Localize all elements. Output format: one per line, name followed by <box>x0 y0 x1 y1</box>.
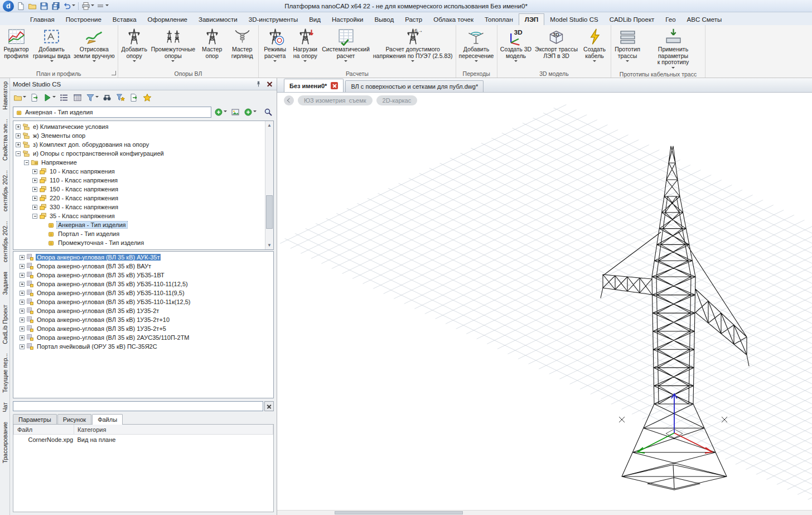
ribbon-tab[interactable]: Вставка <box>107 14 142 25</box>
list-item[interactable]: Опора анкерно-угловая (ВЛ 35 кВ) УБ35-11… <box>14 280 272 288</box>
drawing-canvas[interactable] <box>277 93 812 510</box>
list-item[interactable]: Опора анкерно-угловая (ВЛ 35 кВ) 1У35-2т… <box>14 315 272 324</box>
ribbon-tab[interactable]: Оформление <box>142 14 193 25</box>
filter-button[interactable] <box>85 92 100 104</box>
save-button[interactable] <box>38 1 50 11</box>
tower-wizard-button[interactable]: Мастер опор <box>197 26 227 69</box>
clear-filter-button[interactable] <box>264 401 274 411</box>
expander-icon[interactable] <box>32 196 37 201</box>
systematic-calc-button[interactable]: Систематический расчет <box>320 26 371 69</box>
expander-icon[interactable] <box>20 264 25 269</box>
open-library-button[interactable] <box>12 92 27 104</box>
garland-wizard-button[interactable]: Мастер гирлянд <box>227 26 257 69</box>
allowable-voltage-calc-button[interactable]: Расчет допустимого напряжения по ПУЭ7 (2… <box>371 26 455 69</box>
close-tab-button[interactable] <box>331 82 338 89</box>
ribbon-tab[interactable]: Топоплан <box>479 14 519 25</box>
ribbon-tab[interactable]: CADLib Проект <box>604 14 660 25</box>
save-all-button[interactable] <box>50 1 61 11</box>
add-tower-button[interactable]: Добавить опору <box>119 26 149 69</box>
expander-icon[interactable] <box>20 300 25 305</box>
create-cable-button[interactable]: Создать кабель <box>579 26 610 69</box>
add-crossing-button[interactable]: Добавить пересечение <box>457 26 496 69</box>
list-item[interactable]: Опора анкерно-угловая (ВЛ 35 кВ) 2АУС35/… <box>14 333 272 342</box>
list-item[interactable]: Опора анкерно-угловая (ВЛ 35 кВ) 1У35-2т <box>14 306 272 315</box>
dock-tab[interactable]: Свойства эле... <box>2 119 8 161</box>
tree-item[interactable]: з) Комплект доп. оборудования на опору <box>14 140 264 149</box>
panel-tab[interactable]: Параметры <box>13 414 57 424</box>
run-button[interactable] <box>42 92 57 104</box>
ribbon-tab[interactable]: Гео <box>660 14 681 25</box>
expander-icon[interactable] <box>20 273 25 278</box>
export-document-button[interactable] <box>28 92 41 104</box>
scroll-up-icon[interactable]: ▲ <box>265 121 273 129</box>
dock-tab[interactable]: Чат <box>2 402 8 412</box>
current-item-combobox[interactable]: Анкерная - Тип изделия <box>13 107 211 118</box>
tree-item[interactable]: 35 - Класс напряжения <box>14 211 264 220</box>
tree-scrollbar[interactable]: ▲ ▼ <box>265 121 273 249</box>
view-mode-button[interactable]: ЮЗ изометрия съемк <box>298 95 373 105</box>
canvas[interactable]: ЮЗ изометрия съемк2D-каркас <box>277 93 812 510</box>
favorites-button[interactable] <box>141 92 153 104</box>
profile-editor-button[interactable]: Редактор профиля <box>1 26 31 69</box>
expander-icon[interactable] <box>20 335 25 340</box>
expander-icon[interactable] <box>32 205 37 210</box>
list-item[interactable]: Опора анкерно-угловая (ВЛ 35 кВ) 1У35-2т… <box>14 324 272 333</box>
table-view-button[interactable] <box>71 92 84 104</box>
new-document-button[interactable] <box>15 1 26 11</box>
apply-prototype-button[interactable]: Применить параметры к прототипу <box>642 26 704 71</box>
column-header[interactable]: Категория <box>74 425 273 435</box>
ribbon-tab[interactable]: ABC Сметы <box>682 14 728 25</box>
expander-icon[interactable] <box>20 309 25 314</box>
horizontal-scrollbar[interactable] <box>277 510 812 515</box>
open-button[interactable] <box>27 1 38 11</box>
dock-tab[interactable]: CadLib Проект <box>2 305 8 344</box>
preview-button[interactable] <box>230 106 241 118</box>
import-export-button[interactable] <box>128 92 140 104</box>
customize-toolbar-button[interactable] <box>95 1 109 11</box>
filter-favorites-button[interactable] <box>114 92 127 104</box>
tree-item[interactable]: Портал - Тип изделия <box>14 229 264 238</box>
list-item[interactable]: Опора анкерно-угловая (ВЛ 35 кВ) УБ35-11… <box>14 297 272 306</box>
insert-object-button[interactable] <box>213 106 228 118</box>
ribbon-tab[interactable]: Настройки <box>326 14 369 25</box>
tree-item[interactable]: 150 - Класс напряжения <box>14 185 264 194</box>
view-mode-button[interactable]: 2D-каркас <box>376 95 418 105</box>
tree-item[interactable]: 10 - Класс напряжения <box>14 167 264 176</box>
document-tab[interactable]: ВЛ с поверхностью и сетками для публ.dwg… <box>345 80 484 92</box>
calc-modes-button[interactable]: Режимы расчета <box>260 26 290 69</box>
expander-icon[interactable] <box>32 169 37 174</box>
undo-button[interactable] <box>62 1 76 11</box>
dock-tab[interactable]: Задания <box>2 272 8 295</box>
expander-icon[interactable] <box>20 344 25 349</box>
ribbon-tab[interactable]: Облака точек <box>428 14 479 25</box>
draw-ground-button[interactable]: Отрисовка земли вручную <box>72 26 117 69</box>
tray-prototype-button[interactable]: Прототип трассы <box>612 26 642 71</box>
dock-tab[interactable]: Трассирование <box>2 422 8 463</box>
print-button[interactable] <box>81 1 95 11</box>
expander-icon[interactable] <box>20 291 25 296</box>
dock-tab[interactable]: сентябрь 202... <box>2 170 8 211</box>
expander-icon[interactable] <box>16 151 21 156</box>
expander-icon[interactable] <box>16 133 21 138</box>
list-item[interactable]: Опора анкерно-угловая (ВЛ 35 кВ) АУК-35т <box>14 253 272 262</box>
table-row[interactable]: CornerNode.xpgВид на плане <box>14 435 273 445</box>
expander-icon[interactable] <box>32 214 37 219</box>
column-header[interactable]: Файл <box>14 425 74 435</box>
expander-icon[interactable] <box>32 178 37 183</box>
tree-item[interactable]: ж) Элементы опор <box>14 131 264 140</box>
dock-tab[interactable]: сентябрь 202... <box>2 221 8 262</box>
view-options-button[interactable] <box>58 92 70 104</box>
expander-icon[interactable] <box>20 326 25 331</box>
ribbon-tab[interactable]: Главная <box>25 14 60 25</box>
ribbon-tab[interactable]: ЛЭП <box>519 13 545 25</box>
scrollbar-thumb[interactable] <box>266 195 273 229</box>
expander-icon[interactable] <box>24 160 29 165</box>
inspect-button[interactable] <box>263 106 274 118</box>
ribbon-tab[interactable]: 3D-инструменты <box>243 14 303 25</box>
tree-item[interactable]: е) Климатические условия <box>14 122 264 131</box>
view-back-button[interactable] <box>284 95 294 105</box>
add-view-borders-button[interactable]: Добавить границы вида <box>31 26 72 69</box>
list-item[interactable]: Опора анкерно-угловая (ВЛ 35 кВ) ВАУт <box>14 262 272 271</box>
insert-from-base-button[interactable] <box>243 106 258 118</box>
dock-tab[interactable]: Навигатор <box>2 81 8 109</box>
